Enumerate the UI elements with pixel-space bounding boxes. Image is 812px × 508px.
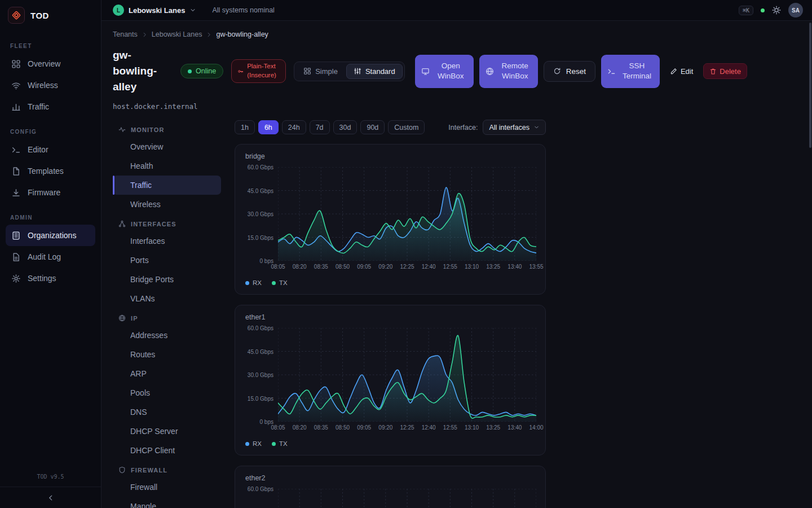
sidebar-item-settings[interactable]: Settings	[6, 268, 95, 289]
range-24h[interactable]: 24h	[282, 120, 306, 134]
y-axis-tick: 0 bps	[244, 419, 273, 425]
sidebar-item-organizations[interactable]: Organizations	[6, 225, 95, 246]
remote-winbox-button[interactable]: Remote WinBox	[479, 55, 538, 88]
subnav-item-vlans[interactable]: VLANs	[113, 289, 221, 308]
grid-icon	[303, 67, 311, 75]
app-logo[interactable]: TOD	[0, 0, 101, 32]
range-7d[interactable]: 7d	[310, 120, 330, 134]
delete-button[interactable]: Delete	[703, 63, 747, 79]
range-30d[interactable]: 30d	[333, 120, 358, 134]
x-axis-tick: 09:05	[357, 424, 371, 431]
charts-column: bridge60.0 Gbps45.0 Gbps30.0 Gbps15.0 Gb…	[235, 144, 546, 508]
range-1h[interactable]: 1h	[235, 120, 255, 134]
sidebar-collapse-button[interactable]	[0, 487, 101, 508]
chart-legend: RXTX	[245, 279, 536, 286]
legend-dot-icon	[245, 281, 249, 285]
sidebar-item-traffic[interactable]: Traffic	[6, 96, 95, 117]
legend-label: RX	[253, 440, 262, 447]
subnav-item-mangle[interactable]: Mangle	[113, 497, 221, 508]
sidebar-item-label: Overview	[28, 59, 60, 68]
y-axis-tick: 30.0 Gbps	[244, 372, 273, 378]
terminal-icon	[11, 145, 21, 155]
chart-legend: RXTX	[245, 440, 536, 447]
logo-text: TOD	[30, 11, 49, 20]
chart-svg	[278, 328, 536, 422]
sidebar-item-editor[interactable]: Editor	[6, 139, 95, 160]
subnav-section-label: IP	[131, 315, 138, 322]
subnav-section-label: MONITOR	[131, 126, 164, 133]
x-axis-tick: 08:20	[293, 424, 307, 431]
subnav-item-wireless[interactable]: Wireless	[113, 195, 221, 214]
diamond-icon	[11, 10, 21, 20]
device-subnav: MONITOROverviewHealthTrafficWirelessINTE…	[113, 120, 221, 508]
subnav-section-label: INTERFACES	[131, 221, 176, 227]
subnav-item-pools[interactable]: Pools	[113, 383, 221, 402]
legend-dot-icon	[245, 442, 249, 446]
command-palette-shortcut[interactable]: ⌘K	[739, 6, 753, 15]
x-axis-tick: 13:10	[465, 424, 479, 431]
chart-plot: 60.0 Gbps45.0 Gbps30.0 Gbps15.0 Gbps0 bp…	[278, 489, 536, 508]
sidebar-item-overview[interactable]: Overview	[6, 53, 95, 75]
subnav-item-label: ARP	[130, 369, 147, 378]
subnav-item-ports[interactable]: Ports	[113, 251, 221, 270]
sidebar-item-label: Audit Log	[28, 252, 61, 261]
tenant-switcher[interactable]: L Lebowski Lanes	[113, 5, 196, 16]
subnav-section-ip: IP	[113, 310, 221, 326]
subnav-item-dhcp-server[interactable]: DHCP Server	[113, 422, 221, 441]
button-label: Open WinBox	[434, 61, 467, 81]
x-axis-tick: 09:05	[357, 264, 371, 270]
shield-icon	[118, 466, 126, 474]
sidebar-item-wireless[interactable]: Wireless	[6, 75, 95, 96]
breadcrumb-item-lebowski-lanes[interactable]: Lebowski Lanes	[152, 30, 202, 38]
sidebar-item-label: Firmware	[28, 188, 60, 197]
reset-button[interactable]: Reset	[544, 61, 595, 82]
edit-button[interactable]: Edit	[665, 63, 698, 79]
sidebar-item-audit-log[interactable]: Audit Log	[6, 246, 95, 268]
subnav-item-interfaces[interactable]: Interfaces	[113, 231, 221, 251]
scrollbar-thumb[interactable]	[809, 23, 811, 148]
subnav-item-dns[interactable]: DNS	[113, 402, 221, 422]
charts-column-wrap: 1h6h24h7d30d90dCustom Interface: All int…	[235, 120, 546, 508]
open-winbox-button[interactable]: Open WinBox	[415, 55, 474, 88]
view-mode-simple[interactable]: Simple	[296, 64, 345, 79]
interface-label: Interface:	[448, 124, 478, 132]
subnav-item-overview[interactable]: Overview	[113, 137, 221, 156]
subnav-item-arp[interactable]: ARP	[113, 364, 221, 383]
x-axis-tick: 09:20	[378, 264, 392, 270]
view-mode-standard[interactable]: Standard	[346, 64, 403, 79]
subnav-item-label: Ports	[130, 256, 149, 265]
button-label: Edit	[681, 67, 693, 76]
status-badge-label: Online	[196, 67, 216, 75]
subnav-item-firewall[interactable]: Firewall	[113, 478, 221, 497]
subnav-item-routes[interactable]: Routes	[113, 345, 221, 364]
ssh-terminal-button[interactable]: SSH Terminal	[601, 55, 660, 88]
insecure-badge-label: Plain-Text (Insecure)	[247, 62, 280, 80]
y-axis-tick: 45.0 Gbps	[244, 348, 273, 354]
subnav-item-dhcp-client[interactable]: DHCP Client	[113, 441, 221, 460]
y-axis-tick: 0 bps	[244, 258, 273, 264]
subnav-item-addresses[interactable]: Addresses	[113, 326, 221, 345]
subnav-item-traffic[interactable]: Traffic	[113, 176, 221, 195]
x-axis-tick: 12:40	[422, 264, 436, 270]
range-custom[interactable]: Custom	[388, 120, 425, 134]
button-label: SSH Terminal	[620, 61, 653, 81]
subnav-section-monitor: MONITOR	[113, 122, 221, 137]
subnav-item-label: Interfaces	[130, 237, 165, 246]
range-90d[interactable]: 90d	[360, 120, 385, 134]
range-6h[interactable]: 6h	[258, 120, 279, 134]
x-axis-tick: 14:00	[529, 424, 543, 431]
subnav-item-health[interactable]: Health	[113, 156, 221, 176]
sidebar-item-label: Settings	[28, 274, 56, 283]
subnav-item-bridge-ports[interactable]: Bridge Ports	[113, 270, 221, 289]
interface-filter: Interface: All interfaces	[448, 120, 546, 135]
breadcrumb-item-tenants[interactable]: Tenants	[113, 30, 138, 38]
sidebar-item-label: Editor	[28, 145, 48, 154]
x-axis-tick: 08:20	[293, 264, 307, 270]
sidebar-item-templates[interactable]: Templates	[6, 160, 95, 182]
user-avatar[interactable]: SA	[788, 3, 803, 17]
interface-select[interactable]: All interfaces	[483, 120, 546, 135]
sidebar-item-firmware[interactable]: Firmware	[6, 182, 95, 203]
sidebar-footer: TOD v9.5	[0, 469, 101, 508]
button-label: Reset	[566, 67, 586, 76]
sidebar: TOD FLEETOverviewWirelessTrafficCONFIGEd…	[0, 0, 102, 508]
